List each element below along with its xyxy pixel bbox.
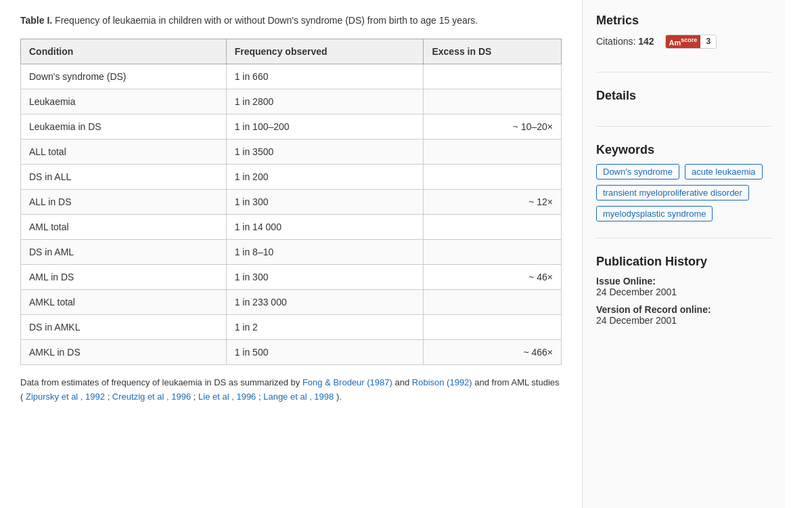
table-row: DS in AML 1 in 8–10 (21, 240, 562, 265)
sidebar: Metrics Citations: 142 Amscore 3 Details… (582, 0, 785, 508)
footnote-link5[interactable]: Lie et al , 1996 (198, 391, 256, 402)
cell-frequency: 1 in 200 (226, 165, 424, 190)
cell-condition: Leukaemia (21, 89, 227, 114)
table-caption: Table I. Frequency of leukaemia in child… (20, 14, 562, 28)
cell-frequency: 1 in 500 (226, 340, 424, 365)
cell-condition: AML total (21, 215, 227, 240)
citations-row: Citations: 142 Amscore 3 (596, 35, 771, 49)
table-row: ALL in DS 1 in 300 ~ 12× (21, 190, 562, 215)
details-section: Details (596, 89, 771, 127)
cell-excess (424, 215, 562, 240)
cell-excess (424, 240, 562, 265)
footnote-sep1: ; (105, 391, 112, 402)
pub-history-item: Issue Online:24 December 2001 (596, 276, 771, 297)
pub-history-date: 24 December 2001 (596, 315, 771, 326)
cell-frequency: 1 in 2800 (226, 89, 424, 114)
footnote-link6[interactable]: Lange et al , 1998 (263, 391, 334, 402)
table-body: Down's syndrome (DS) 1 in 660 Leukaemia … (21, 64, 562, 365)
cell-condition: Down's syndrome (DS) (21, 64, 227, 89)
cell-condition: AMKL in DS (21, 340, 227, 365)
cell-excess: ~ 466× (424, 340, 562, 365)
table-caption-prefix: Table I. (20, 15, 52, 26)
footnote-sep3: ; (256, 391, 263, 402)
table-row: DS in ALL 1 in 200 (21, 165, 562, 190)
footnote-sep2: ; (191, 391, 198, 402)
cell-frequency: 1 in 2 (226, 315, 424, 340)
cell-condition: Leukaemia in DS (21, 114, 227, 140)
col-header-condition: Condition (21, 39, 227, 64)
table-row: AML in DS 1 in 300 ~ 46× (21, 265, 562, 290)
footnote-text-middle: and (392, 377, 412, 387)
col-header-frequency: Frequency observed (226, 39, 424, 64)
pub-history-list: Issue Online:24 December 2001Version of … (596, 276, 771, 326)
cell-excess: ~ 10–20× (424, 114, 562, 140)
keywords-section: Keywords Down's syndromeacute leukaemiat… (596, 143, 771, 238)
cell-condition: ALL in DS (21, 190, 227, 215)
footnote-link4[interactable]: Creutzig et al , 1996 (112, 391, 191, 402)
table-head: Condition Frequency observed Excess in D… (21, 39, 562, 64)
pub-history-label: Issue Online: (596, 276, 771, 287)
footnote-text-end: ). (334, 391, 342, 402)
keyword-tag[interactable]: transient myeloproliferative disorder (596, 185, 749, 200)
cell-excess (424, 165, 562, 190)
am-label: Amscore (666, 35, 701, 48)
keywords-title: Keywords (596, 143, 771, 157)
table-row: Down's syndrome (DS) 1 in 660 (21, 64, 562, 89)
cell-excess (424, 89, 562, 114)
keyword-tag[interactable]: myelodysplastic syndrome (596, 206, 713, 221)
table-caption-text: Frequency of leukaemia in children with … (52, 15, 478, 26)
cell-condition: DS in AML (21, 240, 227, 265)
pub-history-label: Version of Record online: (596, 304, 771, 315)
keyword-tag[interactable]: Down's syndrome (596, 164, 679, 179)
cell-condition: DS in ALL (21, 165, 227, 190)
cell-excess (424, 315, 562, 340)
cell-excess: ~ 12× (424, 190, 562, 215)
table-row: Leukaemia 1 in 2800 (21, 89, 562, 114)
footnote-link1[interactable]: Fong & Brodeur (1987) (302, 377, 392, 387)
cell-excess: ~ 46× (424, 265, 562, 290)
cell-frequency: 1 in 3500 (226, 140, 424, 165)
publication-history-title: Publication History (596, 255, 771, 269)
footnote-text-before: Data from estimates of frequency of leuk… (20, 377, 302, 387)
cell-frequency: 1 in 233 000 (226, 290, 424, 315)
keyword-list: Down's syndromeacute leukaemiatransient … (596, 164, 771, 221)
details-title: Details (596, 89, 771, 103)
footnote-link3[interactable]: Zipursky et al , 1992 (26, 391, 105, 402)
cell-condition: AML in DS (21, 265, 227, 290)
main-content: Table I. Frequency of leukaemia in child… (0, 0, 582, 508)
keyword-tag[interactable]: acute leukaemia (685, 164, 763, 179)
cell-frequency: 1 in 300 (226, 265, 424, 290)
cell-excess (424, 140, 562, 165)
table-row: DS in AMKL 1 in 2 (21, 315, 562, 340)
table-header-row: Condition Frequency observed Excess in D… (21, 39, 562, 64)
cell-frequency: 1 in 300 (226, 190, 424, 215)
pub-history-item: Version of Record online:24 December 200… (596, 304, 771, 326)
am-label-text: Am (669, 39, 681, 47)
cell-excess (424, 64, 562, 89)
cell-frequency: 1 in 8–10 (226, 240, 424, 265)
pub-history-date: 24 December 2001 (596, 287, 771, 297)
am-score-value: 3 (700, 35, 716, 47)
cell-condition: AMKL total (21, 290, 227, 315)
cell-frequency: 1 in 100–200 (226, 114, 424, 140)
cell-frequency: 1 in 14 000 (226, 215, 424, 240)
footnote: Data from estimates of frequency of leuk… (20, 376, 562, 404)
table-row: Leukaemia in DS 1 in 100–200 ~ 10–20× (21, 114, 562, 140)
footnote-link2[interactable]: Robison (1992) (412, 377, 472, 387)
cell-condition: DS in AMKL (21, 315, 227, 340)
cell-condition: ALL total (21, 140, 227, 165)
data-table: Condition Frequency observed Excess in D… (20, 39, 562, 365)
cell-excess (424, 290, 562, 315)
metrics-title: Metrics (596, 14, 771, 28)
table-row: ALL total 1 in 3500 (21, 140, 562, 165)
am-score-badge: Amscore 3 (665, 35, 717, 49)
table-row: AML total 1 in 14 000 (21, 215, 562, 240)
citations-value: 142 (638, 36, 654, 47)
publication-history-section: Publication History Issue Online:24 Dece… (596, 255, 771, 349)
metrics-section: Metrics Citations: 142 Amscore 3 (596, 14, 771, 72)
cell-frequency: 1 in 660 (226, 64, 424, 89)
table-row: AMKL total 1 in 233 000 (21, 290, 562, 315)
table-row: AMKL in DS 1 in 500 ~ 466× (21, 340, 562, 365)
col-header-excess: Excess in DS (424, 39, 562, 64)
citations-label: Citations: (596, 36, 635, 47)
